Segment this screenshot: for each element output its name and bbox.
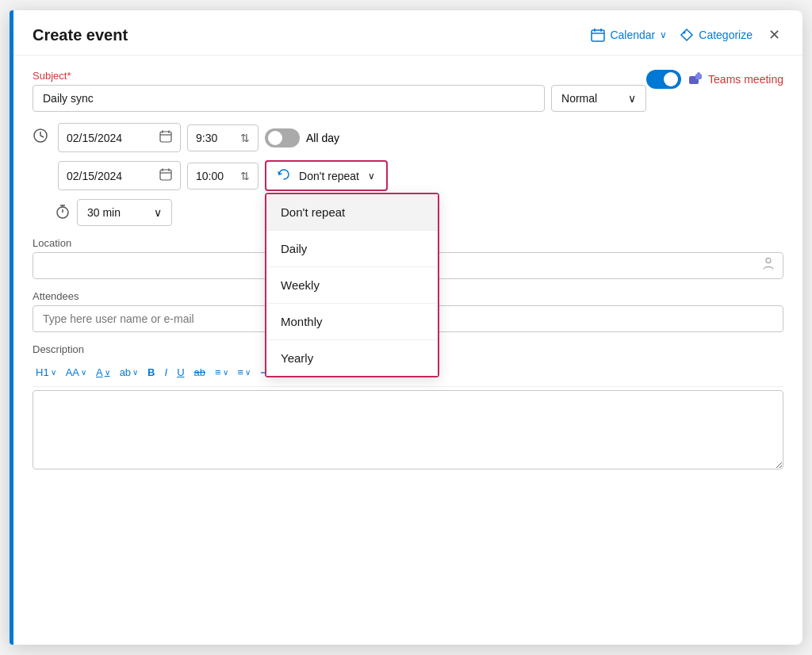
svg-point-4	[684, 32, 686, 34]
svg-rect-0	[592, 30, 604, 41]
calendar-icon-start	[159, 130, 172, 145]
toolbar-list[interactable]: ≡ ∨	[235, 365, 255, 380]
accent-border	[10, 10, 13, 645]
calendar-chevron: ∨	[660, 29, 667, 40]
toolbar-h1[interactable]: H1 ∨	[33, 365, 59, 380]
repeat-option-yearly[interactable]: Yearly	[266, 340, 438, 376]
close-button[interactable]: ✕	[765, 25, 783, 45]
start-date-input[interactable]: 02/15/2024	[58, 123, 181, 152]
time-icon-end: ⇅	[240, 170, 250, 182]
required-marker: *	[67, 70, 71, 82]
calendar-button[interactable]: Calendar ∨	[591, 28, 667, 42]
header-actions: Calendar ∨ Categorize ✕	[591, 25, 783, 45]
toolbar-font-color[interactable]: A ∨	[93, 365, 113, 380]
location-person-icon	[761, 257, 776, 275]
calendar-label: Calendar	[610, 29, 655, 41]
allday-toggle-switch[interactable]	[265, 128, 300, 147]
teams-icon	[688, 71, 703, 87]
modal-title: Create event	[33, 26, 128, 44]
svg-line-10	[40, 136, 44, 137]
normal-chevron: ∨	[628, 92, 636, 105]
repeat-dropdown: Don't repeat Daily Weekly Monthly Yearly	[265, 193, 439, 377]
duration-select[interactable]: 30 min ∨	[77, 199, 172, 226]
modal-header: Create event Calendar ∨	[13, 10, 802, 56]
toolbar-underline[interactable]: U	[174, 365, 187, 380]
time-icon-start: ⇅	[240, 132, 250, 144]
calendar-icon	[591, 28, 605, 42]
categorize-icon	[680, 28, 694, 42]
clock-icon	[33, 128, 48, 147]
description-textarea[interactable]	[33, 390, 783, 469]
duration-label: 30 min	[87, 206, 121, 219]
toolbar-bold[interactable]: B	[144, 365, 158, 380]
calendar-icon-end	[159, 168, 172, 183]
repeat-option-weekly[interactable]: Weekly	[266, 267, 438, 304]
subject-input[interactable]	[33, 85, 545, 112]
stopwatch-icon	[55, 204, 71, 222]
repeat-option-daily[interactable]: Daily	[266, 231, 438, 267]
end-date-input[interactable]: 02/15/2024	[58, 161, 181, 190]
svg-rect-11	[160, 132, 171, 142]
allday-toggle: All day	[265, 128, 339, 147]
repeat-option-dont-repeat[interactable]: Don't repeat	[266, 194, 438, 231]
categorize-button[interactable]: Categorize	[680, 28, 753, 42]
normal-label: Normal	[561, 92, 597, 105]
start-datetime-row: 02/15/2024 9:30 ⇅	[33, 123, 783, 152]
repeat-option-monthly[interactable]: Monthly	[266, 304, 438, 340]
toolbar-font-size[interactable]: AA ∨	[63, 365, 90, 380]
teams-toggle-area: Teams meeting	[646, 70, 783, 89]
normal-select[interactable]: Normal ∨	[551, 85, 646, 112]
toolbar-align[interactable]: ≡ ∨	[212, 365, 232, 380]
svg-rect-15	[160, 170, 171, 180]
subject-label: Subject* Teams meeting	[33, 70, 783, 82]
svg-point-23	[766, 259, 771, 263]
teams-label: Teams meeting	[688, 71, 783, 87]
end-datetime-row: 02/15/2024 10:00 ⇅	[33, 160, 783, 191]
allday-label: All day	[306, 132, 339, 144]
repeat-label: Don't repeat	[299, 170, 359, 182]
categorize-label: Categorize	[699, 29, 753, 41]
teams-toggle[interactable]	[646, 70, 681, 89]
repeat-chevron: ∨	[368, 170, 375, 182]
end-time-input[interactable]: 10:00 ⇅	[187, 163, 259, 190]
toolbar-italic[interactable]: I	[162, 365, 171, 380]
subject-input-row: Normal ∨	[33, 85, 646, 112]
duration-chevron: ∨	[154, 206, 162, 219]
repeat-btn-wrap: Don't repeat ∨ Don't repeat Daily Weekly	[265, 160, 388, 191]
start-time-input[interactable]: 9:30 ⇅	[187, 124, 259, 151]
toolbar-highlight[interactable]: ab ∨	[117, 365, 141, 380]
svg-point-7	[697, 72, 700, 75]
repeat-icon	[278, 168, 290, 183]
toolbar-strikethrough[interactable]: ab	[191, 365, 209, 380]
repeat-button[interactable]: Don't repeat ∨	[265, 160, 388, 191]
